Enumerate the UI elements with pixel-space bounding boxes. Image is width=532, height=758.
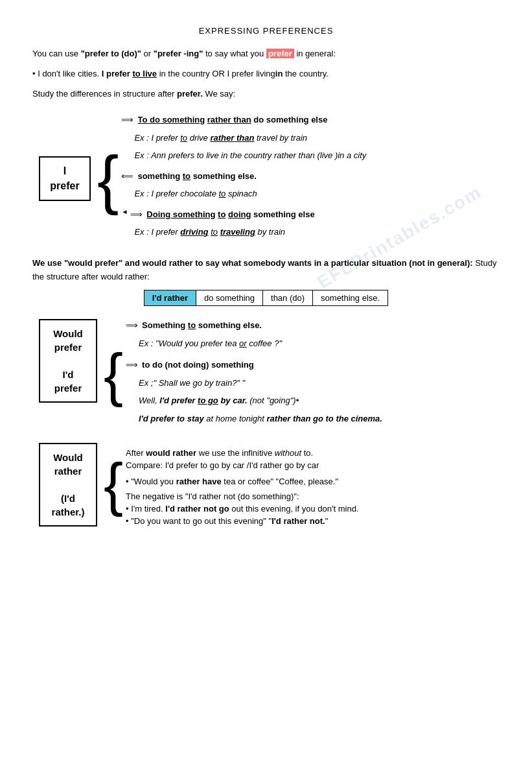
would-rather-label: Wouldrather(I'drather.) [52, 452, 85, 517]
bullet1: • I don't like cities. I prefer to live … [32, 67, 500, 81]
intro-bold2: "prefer -ing" [154, 49, 203, 58]
would-example-2c: I'd prefer to stay at home tonight rathe… [139, 412, 382, 425]
would-prefer-intro: We use "would prefer" and would rather t… [32, 257, 500, 284]
would-rather-section: Wouldrather(I'drather.) { After would ra… [39, 443, 500, 527]
table-col4: something else. [313, 290, 388, 306]
would-prefer-section: WouldpreferI'dprefer { ⟹ Something to so… [39, 319, 500, 430]
rather-compare: Compare: I'd prefer to go by car /I'd ra… [126, 460, 358, 470]
table-col2: do something [196, 290, 262, 306]
would-rather-box: Wouldrather(I'drather.) [39, 443, 97, 527]
rather-negative-title: The negative is "I'd rather not (do some… [126, 492, 358, 501]
triangle-3: ◄ [121, 208, 128, 215]
would-rule-2: ⟹ to do (not doing) something [126, 359, 382, 372]
rather-bullet-2: • I'm tired. I'd rather not go out this … [126, 504, 358, 514]
rule-2-text: something to something else. [137, 170, 257, 183]
would-rule-1-text: Something to something else. [142, 319, 262, 332]
would-prefer-label: WouldpreferI'dprefer [53, 328, 83, 394]
intro-bold1: "prefer to (do)" [81, 49, 141, 58]
rather-table: I'd rather do something than (do) someth… [144, 290, 388, 306]
example-1a: Ex : I prefer to drive rather than trave… [134, 132, 366, 145]
rather-brace: { [104, 443, 123, 526]
would-rules-content: ⟹ Something to something else. Ex : "Wou… [126, 319, 382, 430]
page-title: EXPRESSING PREFERENCES [32, 26, 500, 36]
rule-2: ⟸ something to something else. [121, 170, 366, 183]
would-rule-2-text: to do (not doing) something [142, 359, 254, 372]
would-prefer-box: WouldpreferI'dprefer [39, 319, 97, 403]
i-prefer-label: Iprefer [50, 165, 79, 191]
prefer-highlight: prefer [266, 49, 294, 58]
table-col3: than (do) [263, 290, 313, 306]
example-2: Ex : I prefer chocolate to spinach [134, 187, 366, 200]
arrow-1: ⟹ [121, 115, 133, 124]
rule-1: ⟹ To do something rather than do somethi… [121, 113, 366, 126]
left-brace: { [97, 113, 119, 244]
rule-3-text: Doing something to doing something else [146, 208, 314, 221]
intro-before: You can use [32, 49, 81, 58]
example-3: Ex : I prefer driving to traveling by tr… [134, 226, 366, 239]
example-1b: Ex : Ann prefers to live in the country … [134, 149, 366, 162]
rule-3: ◄ ⟹ Doing something to doing something e… [121, 208, 366, 221]
rather-rules-content: After would rather we use the infinitive… [126, 443, 358, 526]
would-example-2a: Ex ;" Shall we go by train?" " [139, 377, 382, 390]
would-brace: { [104, 319, 123, 430]
i-prefer-box: Iprefer [39, 156, 91, 201]
rather-bullet-3: • "Do you want to go out this evening" "… [126, 516, 358, 526]
arrow-3: ⟹ [130, 209, 143, 219]
rather-rule-1: After would rather we use the infinitive… [126, 448, 358, 458]
would-arrow-1: ⟹ [126, 320, 138, 330]
would-example-1: Ex : "Would you prefer tea or coffee ?" [139, 337, 382, 350]
rather-bullet-1: • "Would you rather have tea or coffee" … [126, 477, 358, 486]
table-col1: I'd rather [144, 290, 196, 306]
intro-paragraph: You can use "prefer to (do)" or "prefer … [32, 47, 500, 61]
rule-1-text: To do something rather than do something… [137, 113, 327, 126]
intro-end: in general: [294, 49, 336, 58]
would-arrow-2: ⟹ [126, 360, 138, 370]
arrow-2: ⟸ [121, 171, 133, 181]
intro-mid: or [141, 49, 154, 58]
i-prefer-section: Iprefer { ⟹ To do something rather than … [39, 113, 500, 244]
would-rule-1: ⟹ Something to something else. [126, 319, 382, 332]
would-example-2b: Well, I'd prefer to go by car. (not "goi… [139, 394, 382, 407]
intro-after: to say what you [203, 49, 266, 58]
study-text: Study the differences in structure after… [32, 88, 500, 101]
rules-content: ⟹ To do something rather than do somethi… [121, 113, 366, 244]
